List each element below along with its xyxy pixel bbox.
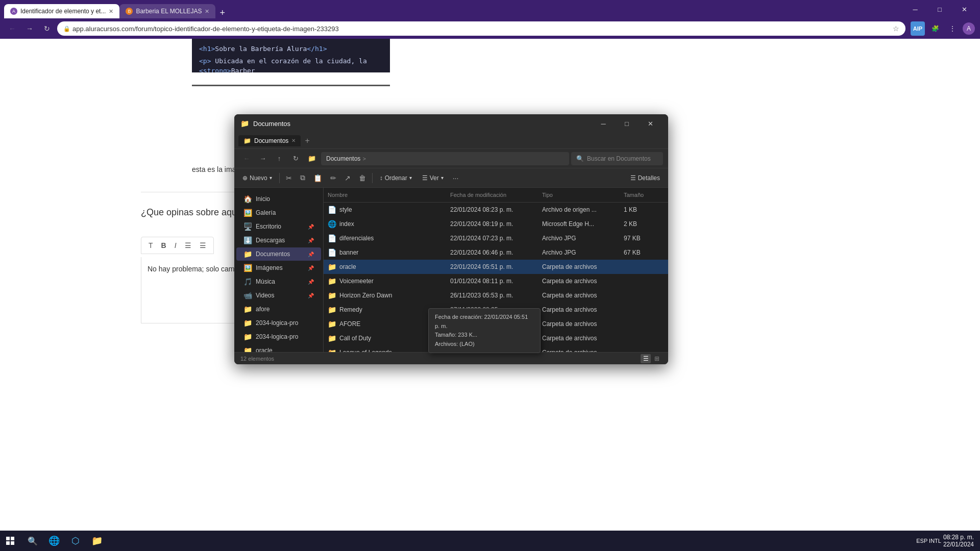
sidebar-pin-imagenes: 📌	[308, 265, 314, 271]
fe-tooltip-line3: Archivos: (LAO)	[435, 340, 534, 349]
back-button[interactable]: ←	[5, 21, 19, 36]
sidebar-item-descargas[interactable]: ⬇️ Descargas 📌	[236, 234, 321, 247]
sidebar-item-imagenes[interactable]: 🖼️ Imágenes 📌	[236, 261, 321, 274]
fe-copy-icon[interactable]: ⧉	[297, 171, 308, 184]
sidebar-label-escritorio: Escritorio	[256, 223, 281, 230]
taskbar-folder-button[interactable]: 📁	[87, 531, 107, 551]
fe-up-button[interactable]: ↑	[272, 152, 286, 166]
file-row-style[interactable]: 📄 style 22/01/2024 08:23 p. m. Archivo d…	[324, 203, 668, 217]
forward-button[interactable]: →	[22, 21, 37, 36]
sidebar-item-2034-logica-pro2[interactable]: 📁 2034-logica-pro	[236, 330, 321, 343]
file-name-afore: 📁 AFORE	[324, 318, 446, 330]
new-tab-button[interactable]: +	[215, 8, 229, 18]
fe-cut-icon[interactable]: ✂	[283, 172, 295, 184]
reload-button[interactable]: ↻	[40, 21, 54, 36]
format-align-left-button[interactable]: ☰	[183, 240, 193, 251]
fe-search-box[interactable]: 🔍 Buscar en Documentos	[571, 152, 663, 165]
fe-details-button[interactable]: ☰ Detalles	[626, 172, 664, 184]
window-controls: ─ □ ✕	[903, 0, 980, 18]
tab-inactive[interactable]: B Barberia EL MOLLEJAS ✕	[119, 4, 215, 18]
fe-rename-icon[interactable]: ✏	[327, 172, 339, 184]
fe-share-icon[interactable]: ↗	[341, 172, 354, 184]
file-row-index[interactable]: 🌐 index 22/01/2024 08:19 p. m. Microsoft…	[324, 217, 668, 231]
fe-new-tab-button[interactable]: +	[302, 136, 312, 145]
fe-back-button[interactable]: ←	[239, 152, 254, 166]
fe-tab-documentos[interactable]: 📁 Documentos ✕	[238, 135, 301, 146]
fe-more-button[interactable]: ···	[450, 172, 462, 184]
maximize-button[interactable]: □	[928, 0, 951, 18]
taskbar-search-button[interactable]: 🔍	[22, 531, 43, 551]
taskbar-vscode-button[interactable]: ⬡	[65, 531, 86, 551]
ext-menu-icon[interactable]: ⋮	[945, 21, 960, 36]
file-size-index: 2 KB	[620, 219, 660, 229]
format-italic-button[interactable]: I	[173, 240, 179, 251]
sidebar-label-musica: Música	[256, 278, 275, 285]
fe-tab-close[interactable]: ✕	[291, 138, 296, 143]
sidebar-label-2034-logica-pro1: 2034-logica-pro	[256, 319, 298, 327]
fe-delete-icon[interactable]: 🗑	[356, 172, 369, 184]
sidebar-item-2034-logica-pro1[interactable]: 📁 2034-logica-pro	[236, 316, 321, 330]
bookmark-icon[interactable]: ☆	[893, 24, 899, 33]
sidebar-item-afore[interactable]: 📁 afore	[236, 303, 321, 316]
url-bar[interactable]: 🔒 app.aluracursos.com/forum/topico-ident…	[57, 21, 905, 36]
sidebar-item-galeria[interactable]: 🖼️ Galería	[236, 206, 321, 219]
fe-col-date-header[interactable]: Fecha de modificación	[446, 190, 538, 200]
file-name-horizon: 📁 Horizon Zero Dawn	[324, 290, 446, 301]
tab-title-2: Barberia EL MOLLEJAS	[136, 8, 202, 15]
fe-new-button[interactable]: ⊕ Nuevo ▾	[238, 172, 276, 184]
svg-rect-1	[11, 537, 14, 540]
fe-title: Documentos	[253, 120, 587, 128]
fe-minimize-button[interactable]: ─	[592, 114, 615, 133]
file-row-voicemeeter[interactable]: 📁 Voicemeeter 01/01/2024 08:11 p. m. Car…	[324, 274, 668, 288]
fe-close-button[interactable]: ✕	[639, 114, 662, 133]
file-icon-leagueoflegends: 📁	[328, 348, 336, 352]
file-date-diferenciales: 22/01/2024 07:23 p. m.	[446, 233, 538, 243]
sidebar-item-inicio[interactable]: 🏠 Inicio	[236, 192, 321, 206]
file-name-callofduty: 📁 Call of Duty	[324, 333, 446, 344]
fe-breadcrumb[interactable]: Documentos >	[321, 152, 569, 165]
fe-window-controls: ─ □ ✕	[592, 114, 662, 133]
fe-view-button[interactable]: ☰ Ver ▾	[418, 172, 448, 184]
taskbar-right: ESP INTL 08:28 p. m. 22/01/2024	[916, 534, 980, 548]
fe-toolbar-sep1	[279, 173, 280, 183]
file-row-banner[interactable]: 📄 banner 22/01/2024 06:46 p. m. Archivo …	[324, 245, 668, 260]
fe-list-view-button[interactable]: ☰	[641, 354, 651, 363]
start-button[interactable]	[0, 531, 20, 551]
sidebar-item-musica[interactable]: 🎵 Música 📌	[236, 275, 321, 288]
tab-close-2[interactable]: ✕	[205, 8, 209, 15]
fe-paste-icon[interactable]: 📋	[310, 172, 325, 184]
file-row-diferenciales[interactable]: 📄 diferenciales 22/01/2024 07:23 p. m. A…	[324, 231, 668, 245]
format-bold-button[interactable]: B	[159, 240, 168, 251]
tab-active[interactable]: A Identificador de elemento y et... ✕	[4, 4, 119, 18]
file-icon-index: 🌐	[328, 220, 336, 228]
format-t-button[interactable]: T	[146, 240, 155, 251]
fe-tabbar: 📁 Documentos ✕ +	[234, 133, 668, 149]
format-align-right-button[interactable]: ☰	[198, 240, 208, 251]
sidebar-item-escritorio[interactable]: 🖥️ Escritorio 📌	[236, 220, 321, 233]
minimize-button[interactable]: ─	[903, 0, 927, 18]
fe-refresh-button[interactable]: ↻	[288, 152, 303, 166]
svg-rect-0	[6, 537, 10, 540]
fe-col-name-header[interactable]: Nombre	[324, 190, 446, 200]
fe-toolbar-sep2	[372, 173, 373, 183]
fe-forward-button[interactable]: →	[256, 152, 270, 166]
sidebar-item-documentos[interactable]: 📁 Documentos 📌	[236, 247, 321, 261]
taskbar-chrome-button[interactable]: 🌐	[44, 531, 64, 551]
file-name-diferenciales: 📄 diferenciales	[324, 233, 446, 244]
tab-close-1[interactable]: ✕	[109, 8, 113, 15]
ext-alp-icon[interactable]: AIP	[911, 21, 925, 36]
sidebar-item-oracle[interactable]: 📁 oracle	[236, 344, 321, 352]
ext-puzzle-icon[interactable]: 🧩	[928, 21, 942, 36]
fe-maximize-button[interactable]: □	[615, 114, 639, 133]
sidebar-pin-descargas: 📌	[308, 238, 314, 243]
sidebar-label-afore: afore	[256, 306, 270, 313]
user-avatar[interactable]: A	[963, 22, 975, 35]
fe-sort-button[interactable]: ↕ Ordenar ▾	[376, 172, 416, 184]
sidebar-item-videos[interactable]: 📹 Videos 📌	[236, 289, 321, 302]
fe-grid-view-button[interactable]: ⊞	[652, 354, 662, 363]
fe-col-size-header[interactable]: Tamaño	[620, 190, 660, 200]
fe-col-type-header[interactable]: Tipo	[538, 190, 620, 200]
file-row-oracle[interactable]: 📁 oracle 22/01/2024 05:51 p. m. Carpeta …	[324, 260, 668, 274]
close-window-button[interactable]: ✕	[952, 0, 976, 18]
file-row-horizon[interactable]: 📁 Horizon Zero Dawn 26/11/2023 05:53 p. …	[324, 288, 668, 303]
